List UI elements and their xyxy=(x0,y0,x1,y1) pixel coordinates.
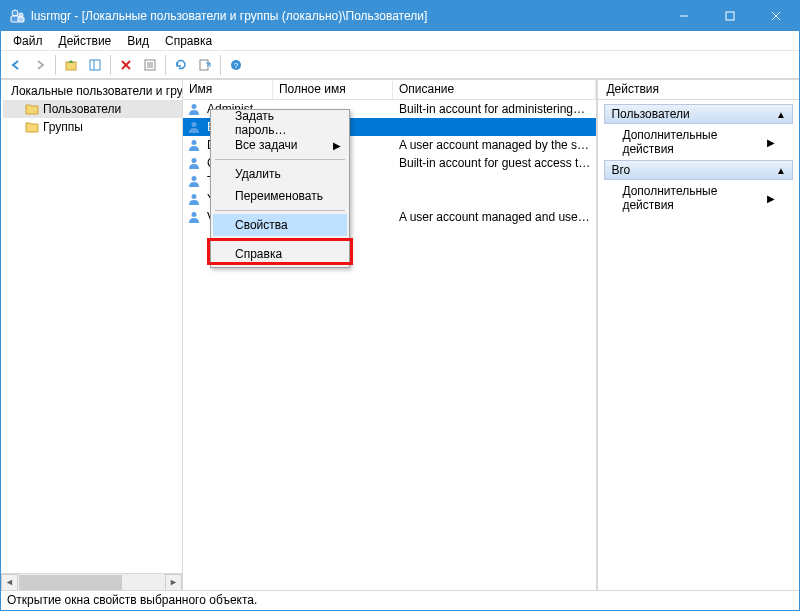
submenu-icon: ▶ xyxy=(767,193,775,204)
svg-rect-5 xyxy=(726,12,734,20)
context-menu-item[interactable]: Удалить xyxy=(213,163,347,185)
user-icon xyxy=(187,210,201,224)
toolbar: ? xyxy=(1,51,799,79)
status-bar: Открытие окна свойств выбранного объекта… xyxy=(1,590,799,610)
scroll-left-button[interactable]: ◄ xyxy=(1,574,18,591)
submenu-icon: ▶ xyxy=(767,137,775,148)
collapse-icon: ▲ xyxy=(776,165,786,176)
svg-rect-17 xyxy=(200,60,208,70)
tree-item-users[interactable]: Пользователи xyxy=(3,100,182,118)
show-hide-tree-button[interactable] xyxy=(84,54,106,76)
svg-text:?: ? xyxy=(234,61,239,70)
user-icon xyxy=(187,138,201,152)
folder-icon xyxy=(25,121,39,133)
svg-point-27 xyxy=(191,176,196,181)
menu-bar: Файл Действие Вид Справка xyxy=(1,31,799,51)
title-bar: lusrmgr - [Локальные пользователи и груп… xyxy=(1,1,799,31)
cell-description: A user account managed and use… xyxy=(393,210,596,224)
actions-title: Действия xyxy=(598,80,799,100)
tree-pane: Локальные пользователи и группы Пользова… xyxy=(1,80,183,590)
context-menu-item[interactable]: Все задачи▶ xyxy=(213,134,347,156)
help-button[interactable]: ? xyxy=(225,54,247,76)
col-description[interactable]: Описание xyxy=(393,80,596,99)
app-icon xyxy=(9,8,25,24)
svg-point-2 xyxy=(19,13,23,17)
svg-point-25 xyxy=(191,140,196,145)
properties-button[interactable] xyxy=(139,54,161,76)
export-list-button[interactable] xyxy=(194,54,216,76)
toolbar-separator xyxy=(55,55,56,75)
context-menu-item[interactable]: Переименовать xyxy=(213,185,347,207)
menu-separator xyxy=(215,210,345,211)
minimize-button[interactable] xyxy=(661,1,707,31)
action-label: Дополнительные действия xyxy=(622,184,767,212)
menu-view[interactable]: Вид xyxy=(119,32,157,50)
menu-help[interactable]: Справка xyxy=(157,32,220,50)
toolbar-separator xyxy=(220,55,221,75)
scroll-track[interactable] xyxy=(18,574,165,591)
action-more-users[interactable]: Дополнительные действия ▶ xyxy=(604,124,793,160)
user-icon xyxy=(187,192,201,206)
user-icon xyxy=(187,120,201,134)
scroll-thumb[interactable] xyxy=(19,575,122,590)
svg-point-0 xyxy=(12,10,18,16)
tree-root[interactable]: Локальные пользователи и группы xyxy=(3,82,182,100)
svg-point-28 xyxy=(191,194,196,199)
back-button[interactable] xyxy=(5,54,27,76)
app-window: lusrmgr - [Локальные пользователи и груп… xyxy=(0,0,800,611)
toolbar-separator xyxy=(165,55,166,75)
context-menu: Задать пароль…Все задачи▶УдалитьПереимен… xyxy=(210,109,350,268)
tree-body[interactable]: Локальные пользователи и группы Пользова… xyxy=(1,80,182,573)
user-icon xyxy=(187,102,201,116)
context-menu-item[interactable]: Свойства xyxy=(213,214,347,236)
tree-root-label: Локальные пользователи и группы xyxy=(11,84,182,98)
col-name[interactable]: Имя xyxy=(183,80,273,99)
scroll-right-button[interactable]: ► xyxy=(165,574,182,591)
tree-item-label: Группы xyxy=(43,120,83,134)
svg-point-24 xyxy=(191,122,196,127)
tree-item-groups[interactable]: Группы xyxy=(3,118,182,136)
tree-item-label: Пользователи xyxy=(43,102,121,116)
user-icon xyxy=(187,174,201,188)
action-group-selected[interactable]: Bro ▲ xyxy=(604,160,793,180)
menu-file[interactable]: Файл xyxy=(5,32,51,50)
action-group-label: Bro xyxy=(611,163,630,177)
collapse-icon: ▲ xyxy=(776,109,786,120)
action-more-selected[interactable]: Дополнительные действия ▶ xyxy=(604,180,793,216)
window-title: lusrmgr - [Локальные пользователи и груп… xyxy=(31,9,661,23)
delete-button[interactable] xyxy=(115,54,137,76)
folder-icon xyxy=(25,103,39,115)
col-fullname[interactable]: Полное имя xyxy=(273,80,393,99)
action-group-users[interactable]: Пользователи ▲ xyxy=(604,104,793,124)
svg-rect-8 xyxy=(66,62,76,70)
svg-rect-3 xyxy=(18,17,24,22)
context-menu-item[interactable]: Справка xyxy=(213,243,347,265)
user-icon xyxy=(187,156,201,170)
up-button[interactable] xyxy=(60,54,82,76)
actions-body: Пользователи ▲ Дополнительные действия ▶… xyxy=(598,100,799,220)
close-button[interactable] xyxy=(753,1,799,31)
cell-description: Built-in account for guest access t… xyxy=(393,156,596,170)
menu-separator xyxy=(215,239,345,240)
list-header: Имя Полное имя Описание xyxy=(183,80,596,100)
refresh-button[interactable] xyxy=(170,54,192,76)
submenu-icon: ▶ xyxy=(333,140,341,151)
context-menu-item[interactable]: Задать пароль… xyxy=(213,112,347,134)
cell-description: A user account managed by the s… xyxy=(393,138,596,152)
menu-action[interactable]: Действие xyxy=(51,32,120,50)
tree-hscrollbar[interactable]: ◄ ► xyxy=(1,573,182,590)
main-panes: Локальные пользователи и группы Пользова… xyxy=(1,79,799,590)
cell-description: Built-in account for administering… xyxy=(393,102,596,116)
action-group-label: Пользователи xyxy=(611,107,689,121)
menu-separator xyxy=(215,159,345,160)
action-label: Дополнительные действия xyxy=(622,128,767,156)
svg-rect-9 xyxy=(90,60,100,70)
svg-point-26 xyxy=(191,158,196,163)
forward-button[interactable] xyxy=(29,54,51,76)
svg-point-29 xyxy=(191,212,196,217)
maximize-button[interactable] xyxy=(707,1,753,31)
svg-point-23 xyxy=(191,104,196,109)
actions-pane: Действия Пользователи ▲ Дополнительные д… xyxy=(597,80,799,590)
toolbar-separator xyxy=(110,55,111,75)
